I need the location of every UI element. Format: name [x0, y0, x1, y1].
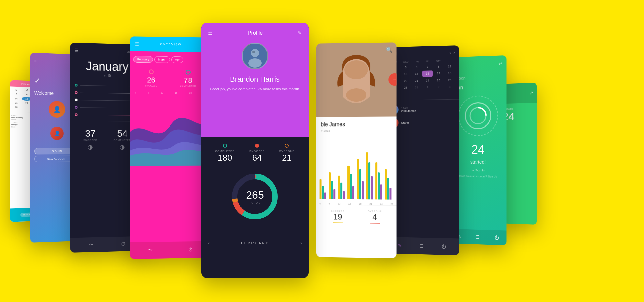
s3-snoozed-stat: 37 SNOOZED ◑	[83, 128, 97, 151]
s4-scale-1: 1	[135, 91, 136, 94]
s4-stats: 26 Snoozed 78 Completed	[130, 66, 210, 91]
s8-power-icon[interactable]: ⏻	[494, 235, 499, 241]
s7-cell-7[interactable]: 7	[422, 64, 433, 70]
s6-bar-t2	[331, 181, 333, 199]
s4-tab-apr[interactable]: Apr	[171, 56, 183, 63]
screen-5-profile: ☰ Profile ✎ Brandon Harris Good job, you…	[201, 23, 309, 278]
s4-snoozed-dot	[149, 69, 153, 74]
s7-list-icon[interactable]: ☰	[420, 243, 424, 249]
s3-dot-pink	[75, 91, 77, 94]
s7-cell-1[interactable]: 1	[422, 84, 433, 90]
s6-lbl-15: 15	[348, 203, 351, 205]
s6-bar-t1	[322, 186, 324, 199]
s7-event2-text: Mane	[401, 121, 455, 124]
s5-snoozed-dot	[255, 144, 259, 148]
s6-footer-stats: SNOOZED 19 OVERDUE 4	[316, 205, 397, 229]
s3-line-5	[80, 115, 134, 115]
s4-scale: 1 5 10 15 20 25	[130, 90, 210, 96]
s8-list-icon[interactable]: ☰	[476, 234, 480, 240]
s5-prev-arrow[interactable]: ‹	[208, 239, 210, 246]
s8-ring-svg	[468, 105, 488, 126]
s4-tabs: February March Apr	[130, 51, 210, 67]
s7-dow-thu: THU	[411, 60, 422, 63]
s3-completed-stat: 54 COMPLETED ◑	[114, 128, 131, 151]
s7-cell-2[interactable]: 2	[433, 84, 444, 90]
s6-photo-img	[316, 42, 397, 117]
s4-header: ☰ OVERVIEW ⋯	[130, 36, 210, 52]
s9-corner-icon[interactable]: ↗	[529, 90, 533, 96]
s7-edit-icon[interactable]: ✎	[398, 243, 402, 248]
s7-cell-21[interactable]: 21	[411, 78, 422, 84]
s7-cell-24[interactable]: 24	[422, 77, 433, 84]
s7-nav: ‹ ›	[449, 50, 455, 55]
s6-snoozed-bar	[333, 222, 343, 223]
s5-edit-icon[interactable]: ✎	[298, 30, 302, 36]
s7-cell-20[interactable]: 20	[400, 78, 411, 84]
s7-cell-6[interactable]: 6	[411, 64, 422, 70]
s3-wave-icon[interactable]: 〜	[89, 242, 94, 248]
s6-bar-p2	[333, 189, 335, 199]
s4-scale-20: 20	[189, 92, 192, 94]
s3-snoozed-label: SNOOZED	[83, 139, 97, 141]
s7-event-1: 👤 11am Call James	[389, 104, 455, 114]
s7-cell-25[interactable]: 25	[433, 77, 444, 84]
s7-cell-8[interactable]: 8	[433, 64, 444, 70]
s3-line-2	[80, 92, 134, 93]
s6-photo-area: 🔍 ···	[316, 42, 397, 117]
s4-scale-10: 10	[161, 92, 163, 94]
s6-bar-y1	[320, 179, 322, 199]
s5-menu-icon[interactable]: ☰	[208, 30, 213, 36]
s7-cell-15-today[interactable]: 15	[422, 70, 433, 77]
s6-bar-y6	[366, 152, 368, 199]
s7-power-icon[interactable]: ⏻	[441, 244, 446, 249]
s5-month-label: FEBRUARY	[241, 241, 269, 245]
s7-cell-28[interactable]: 28	[400, 85, 411, 91]
s8-back-icon[interactable]: ↩	[498, 61, 502, 66]
s4-scale-5: 5	[148, 92, 149, 94]
s6-overdue-bar	[370, 223, 380, 223]
s4-footer: 〜 ⏱	[130, 241, 210, 259]
s3-hamburger-icon[interactable]: ☰	[75, 48, 78, 53]
s4-wave-icon[interactable]: 〜	[148, 247, 153, 253]
s7-cell-13[interactable]: 13	[400, 71, 411, 78]
s6-bg-6	[366, 152, 374, 199]
s7-cell-5[interactable]: 5	[400, 64, 411, 71]
s6-lbl-24: 24	[380, 203, 383, 205]
s4-tab-march[interactable]: March	[154, 56, 170, 63]
s4-clock-icon[interactable]: ⏱	[188, 247, 193, 252]
s3-month-title: January	[75, 59, 139, 74]
s1-day-28: 28	[11, 105, 21, 109]
s6-lbl-12: 12	[338, 203, 340, 205]
s7-cell-14[interactable]: 14	[411, 71, 422, 77]
s5-completed-dot	[223, 144, 227, 148]
s4-completed-dot	[185, 70, 190, 74]
s5-completed-value: 180	[215, 153, 235, 163]
s3-row-5	[75, 113, 139, 117]
s6-bar-t4	[350, 174, 352, 199]
s7-next-btn[interactable]: ›	[454, 50, 455, 55]
s3-clock-icon[interactable]: ⏱	[121, 241, 126, 247]
s6-year-label: Y 2015	[316, 129, 397, 136]
s7-cell-11[interactable]: 11	[444, 63, 455, 70]
s7-cell-17[interactable]: 17	[433, 70, 444, 77]
s7-cell-31[interactable]: 31	[411, 84, 422, 90]
s7-cell-26[interactable]: 26	[444, 77, 455, 83]
s6-bar-p6	[371, 176, 373, 199]
wave-svg	[130, 98, 210, 166]
s4-completed-stat: 78 Completed	[180, 70, 196, 87]
s6-bar-chart	[316, 136, 397, 203]
s7-cell-3[interactable]: 3	[444, 84, 455, 90]
s5-next-arrow[interactable]: ›	[300, 239, 302, 246]
s2-hamburger[interactable]: ☰	[34, 60, 37, 63]
s4-tab-february[interactable]: February	[133, 56, 153, 63]
s6-bar-p5	[362, 181, 364, 199]
s7-dow-fri: FRI	[422, 60, 433, 63]
s5-total-label: TOTAL	[246, 201, 264, 204]
s7-cell-18[interactable]: 18	[444, 70, 455, 77]
s4-hamburger-icon[interactable]: ☰	[135, 41, 139, 47]
s7-prev-btn[interactable]: ‹	[449, 50, 451, 55]
s5-overdue-value: 21	[279, 153, 295, 163]
s6-bar-t5	[359, 169, 361, 199]
s6-search-icon[interactable]: 🔍	[386, 47, 392, 53]
s4-snoozed-num: 26	[145, 76, 157, 84]
